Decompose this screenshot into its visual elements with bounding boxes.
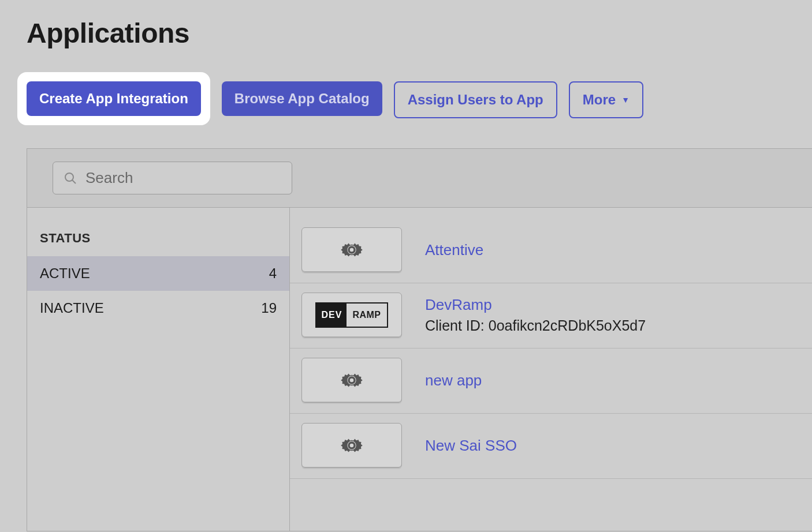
app-name-link[interactable]: new app (425, 372, 482, 389)
app-logo (301, 358, 402, 403)
app-row[interactable]: Attentive (290, 218, 812, 283)
app-row[interactable]: DEV RAMP DevRamp Client ID: 0oafikcn2cRD… (290, 283, 812, 349)
status-item-count: 19 (261, 300, 277, 316)
status-item-active[interactable]: ACTIVE 4 (27, 256, 289, 291)
app-info: New Sai SSO (425, 437, 517, 455)
status-sidebar: STATUS ACTIVE 4 INACTIVE 19 (27, 208, 290, 531)
app-info: new app (425, 372, 482, 389)
status-item-label: INACTIVE (40, 300, 104, 316)
app-info: DevRamp Client ID: 0oafikcn2cRDbK5oX5d7 (425, 296, 646, 334)
gear-icon (338, 432, 365, 459)
create-app-integration-button[interactable]: Create App Integration (27, 81, 201, 116)
app-name-link[interactable]: New Sai SSO (425, 437, 517, 455)
status-item-inactive[interactable]: INACTIVE 19 (27, 291, 289, 325)
page-title: Applications (0, 0, 812, 49)
content-panel: STATUS ACTIVE 4 INACTIVE 19 Attentiv (27, 148, 812, 531)
browse-app-catalog-button[interactable]: Browse App Catalog (222, 81, 382, 116)
body-row: STATUS ACTIVE 4 INACTIVE 19 Attentiv (27, 208, 812, 531)
status-item-count: 4 (269, 265, 277, 282)
devramp-logo-ramp: RAMP (347, 304, 386, 327)
gear-icon (338, 367, 365, 394)
highlight-wrapper: Create App Integration (17, 72, 210, 125)
app-name-link[interactable]: DevRamp (425, 296, 646, 314)
app-info: Attentive (425, 241, 483, 259)
app-name-link[interactable]: Attentive (425, 241, 483, 259)
app-logo: DEV RAMP (301, 293, 402, 338)
search-bar (27, 149, 812, 208)
app-logo (301, 423, 402, 468)
more-button[interactable]: More ▼ (569, 81, 643, 118)
gear-icon (338, 237, 365, 263)
search-box[interactable] (53, 162, 292, 194)
status-header: STATUS (27, 208, 289, 256)
search-input[interactable] (85, 169, 281, 187)
assign-users-to-app-button[interactable]: Assign Users to App (394, 81, 557, 118)
app-logo (301, 227, 402, 272)
search-icon (64, 171, 77, 185)
app-list: Attentive DEV RAMP DevRamp Client ID: 0o… (290, 208, 812, 531)
more-button-label: More (583, 93, 616, 107)
devramp-logo: DEV RAMP (315, 302, 388, 328)
status-item-label: ACTIVE (40, 265, 90, 282)
svg-line-1 (72, 180, 76, 183)
toolbar: Create App Integration Browse App Catalo… (0, 49, 812, 125)
devramp-logo-dev: DEV (316, 304, 347, 327)
svg-point-0 (65, 173, 73, 181)
app-row[interactable]: New Sai SSO (290, 414, 812, 479)
app-client-id: Client ID: 0oafikcn2cRDbK5oX5d7 (425, 317, 646, 334)
app-row[interactable]: new app (290, 349, 812, 414)
chevron-down-icon: ▼ (621, 96, 630, 104)
